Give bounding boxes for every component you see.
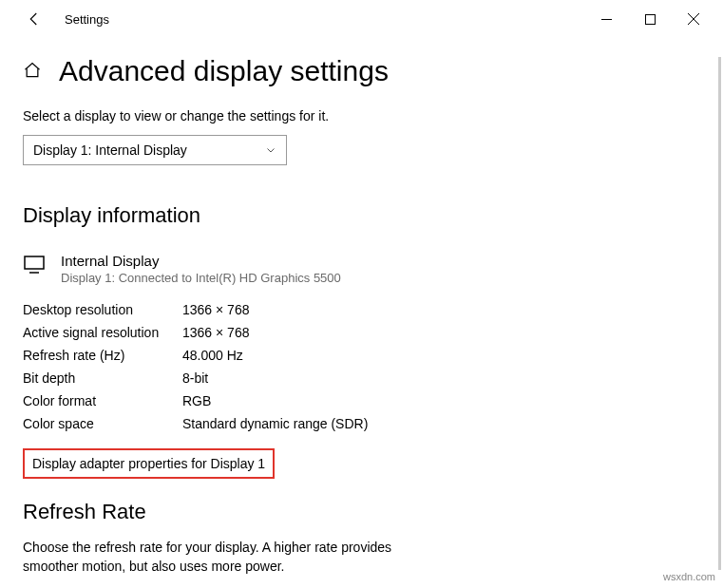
refresh-rate-description: Choose the refresh rate for your display… [23, 538, 431, 577]
minimize-button[interactable] [584, 4, 628, 34]
monitor-icon [23, 253, 49, 285]
adapter-properties-highlight: Display adapter properties for Display 1 [23, 448, 275, 479]
refresh-rate-heading: Refresh Rate [23, 500, 700, 524]
prop-label: Refresh rate (Hz) [23, 348, 182, 363]
svg-rect-1 [645, 14, 655, 24]
watermark: wsxdn.com [663, 571, 715, 582]
title-bar: Settings [0, 0, 723, 38]
vertical-scrollbar[interactable] [718, 57, 721, 570]
prop-value: 1366 × 768 [182, 325, 249, 340]
svg-rect-4 [25, 256, 44, 269]
prop-label: Bit depth [23, 370, 182, 386]
display-selector-value: Display 1: Internal Display [33, 142, 187, 158]
home-button[interactable] [23, 61, 42, 83]
prop-row: Desktop resolution1366 × 768 [23, 302, 700, 317]
prop-value: RGB [182, 393, 211, 408]
selector-instruction: Select a display to view or change the s… [23, 108, 700, 123]
close-icon [688, 13, 699, 25]
app-title: Settings [65, 12, 109, 27]
display-properties: Desktop resolution1366 × 768 Active sign… [23, 302, 700, 431]
back-button[interactable] [19, 4, 49, 34]
page-header: Advanced display settings [0, 38, 723, 87]
prop-label: Color space [23, 416, 182, 431]
window-controls [584, 4, 715, 34]
prop-value: 48.000 Hz [182, 348, 243, 363]
display-name: Internal Display [61, 253, 341, 269]
page-title: Advanced display settings [59, 55, 389, 87]
prop-label: Color format [23, 393, 182, 408]
home-icon [23, 61, 42, 80]
maximize-icon [645, 14, 656, 25]
prop-value: 8-bit [182, 370, 208, 386]
prop-value: Standard dynamic range (SDR) [182, 416, 368, 431]
maximize-button[interactable] [628, 4, 672, 34]
display-selector-dropdown[interactable]: Display 1: Internal Display [23, 135, 287, 165]
arrow-left-icon [26, 10, 43, 28]
adapter-properties-link[interactable]: Display adapter properties for Display 1 [32, 456, 265, 471]
display-subtitle: Display 1: Connected to Intel(R) HD Grap… [61, 271, 341, 285]
prop-row: Active signal resolution1366 × 768 [23, 325, 700, 340]
prop-row: Bit depth8-bit [23, 370, 700, 386]
prop-row: Color spaceStandard dynamic range (SDR) [23, 416, 700, 431]
prop-label: Desktop resolution [23, 302, 182, 317]
chevron-down-icon [265, 144, 276, 156]
prop-row: Color formatRGB [23, 393, 700, 408]
display-summary: Internal Display Display 1: Connected to… [23, 253, 700, 285]
prop-value: 1366 × 768 [182, 302, 249, 317]
prop-row: Refresh rate (Hz)48.000 Hz [23, 348, 700, 363]
content-area: Select a display to view or change the s… [0, 87, 723, 588]
display-info-heading: Display information [23, 203, 700, 228]
minimize-icon [601, 14, 612, 25]
prop-label: Active signal resolution [23, 325, 182, 340]
close-button[interactable] [672, 4, 715, 34]
